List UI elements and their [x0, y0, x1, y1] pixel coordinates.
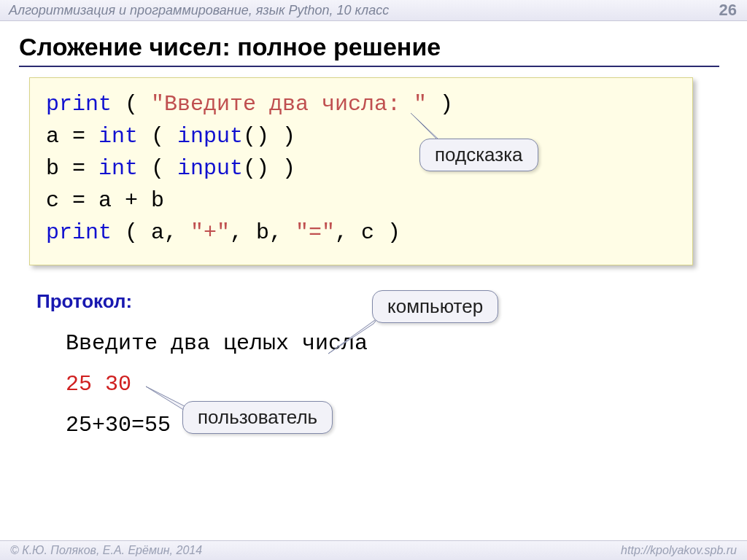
svg-marker-1 [328, 318, 378, 354]
code-line-4: c = a + b [46, 184, 676, 217]
slide-header: Алгоритмизация и программирование, язык … [0, 0, 747, 21]
slide-footer: © К.Ю. Поляков, Е.А. Ерёмин, 2014 http:/… [0, 540, 747, 560]
code-line-2: a = int ( input() ) [46, 120, 676, 152]
code-block: print ( "Введите два числа: " ) a = int … [29, 77, 693, 265]
code-line-5: print ( a, "+", b, "=", c ) [46, 217, 676, 249]
protocol-output: Введите два целых числа 25 30 25+30=55 [66, 323, 747, 446]
proto-line-1: Введите два целых числа [66, 323, 747, 364]
callout-hint: подсказка [419, 139, 538, 171]
callout-user: пользователь [182, 401, 333, 434]
code-line-1: print ( "Введите два числа: " ) [46, 88, 676, 120]
footer-left: © К.Ю. Поляков, Е.А. Ерёмин, 2014 [10, 541, 202, 560]
page-number: 26 [719, 0, 737, 20]
footer-right: http://kpolyakov.spb.ru [621, 541, 737, 560]
code-line-3: b = int ( input() ) [46, 152, 676, 184]
callout-computer: компьютер [372, 290, 498, 323]
header-subject: Алгоритмизация и программирование, язык … [9, 3, 389, 18]
slide-title: Сложение чисел: полное решение [19, 33, 719, 67]
